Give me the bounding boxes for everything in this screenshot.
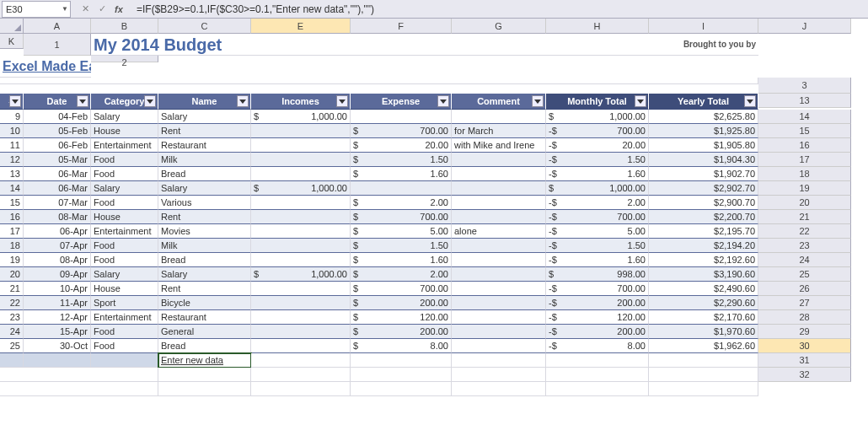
cell-comment[interactable] <box>452 153 546 167</box>
cell-income[interactable] <box>251 339 351 353</box>
cell-num[interactable]: 15 <box>0 196 24 210</box>
cell-category[interactable]: Food <box>91 153 158 167</box>
col-head-B[interactable]: B <box>91 19 158 34</box>
cell-G30[interactable] <box>351 353 452 368</box>
filter-icon[interactable] <box>744 95 756 107</box>
cell-num[interactable]: 12 <box>0 153 24 167</box>
table-header-monthly[interactable]: Monthly Total <box>546 94 649 110</box>
cell-date[interactable]: 10-Apr <box>24 282 91 296</box>
cell-category[interactable]: Salary <box>91 181 158 196</box>
cell-name[interactable]: Bread <box>158 167 251 181</box>
cell-income[interactable] <box>251 167 351 181</box>
cell-comment[interactable] <box>452 210 546 224</box>
cell-monthly-total[interactable]: -$700.00 <box>546 282 649 296</box>
cell-name[interactable]: Bread <box>158 339 251 353</box>
cell-expense[interactable]: $20.00 <box>351 138 452 153</box>
cell-num[interactable]: 11 <box>0 138 24 153</box>
cell-date[interactable]: 12-Apr <box>24 310 91 325</box>
filter-icon[interactable] <box>9 95 21 107</box>
row-head-14[interactable]: 14 <box>758 110 851 124</box>
col-head-J[interactable]: J <box>758 19 851 34</box>
cell-num[interactable]: 23 <box>0 310 24 325</box>
cell-H30[interactable] <box>452 353 546 368</box>
table-header-name[interactable]: Name <box>158 94 251 110</box>
cell-monthly-total[interactable]: -$200.00 <box>546 325 649 339</box>
chevron-down-icon[interactable]: ▼ <box>62 5 68 13</box>
cell-num[interactable]: 13 <box>0 167 24 181</box>
cell-name[interactable]: Salary <box>158 181 251 196</box>
cell-income[interactable] <box>251 296 351 310</box>
row-head-3[interactable]: 3 <box>758 78 851 94</box>
cell-yearly-total[interactable]: $2,194.20 <box>649 239 758 253</box>
cell-comment[interactable] <box>452 239 546 253</box>
cell-B30[interactable] <box>24 353 91 368</box>
cell-yearly-total[interactable]: $1,962.60 <box>649 339 758 353</box>
cell-expense[interactable]: $700.00 <box>351 210 452 224</box>
cell-expense[interactable]: $120.00 <box>351 310 452 325</box>
cell-category[interactable]: Food <box>91 196 158 210</box>
cell-name[interactable]: Bicycle <box>158 296 251 310</box>
cell-category[interactable]: Food <box>91 253 158 267</box>
cell-expense[interactable]: $200.00 <box>351 296 452 310</box>
cell-date[interactable]: 30-Oct <box>24 339 91 353</box>
row-head-21[interactable]: 21 <box>758 210 851 224</box>
row-head-20[interactable]: 20 <box>758 196 851 210</box>
col-head-C[interactable]: C <box>158 19 251 34</box>
select-all-corner[interactable] <box>0 19 24 34</box>
cell-date[interactable]: 05-Feb <box>24 124 91 138</box>
cell-date[interactable]: 08-Mar <box>24 210 91 224</box>
cell-yearly-total[interactable]: $1,925.80 <box>649 124 758 138</box>
cell-monthly-total[interactable]: -$1.60 <box>546 253 649 267</box>
cell-expense[interactable]: $1.60 <box>351 167 452 181</box>
cell-monthly-total[interactable]: -$20.00 <box>546 138 649 153</box>
cell-num[interactable]: 20 <box>0 267 24 282</box>
cell-yearly-total[interactable]: $2,192.60 <box>649 253 758 267</box>
cell-comment[interactable] <box>452 181 546 196</box>
cell-expense[interactable] <box>351 110 452 124</box>
cell-num[interactable]: 19 <box>0 253 24 267</box>
cell-expense[interactable]: $5.00 <box>351 224 452 239</box>
brand-link[interactable]: Excel Made Easy <box>0 56 91 78</box>
cell-name[interactable]: Rent <box>158 210 251 224</box>
row-head-15[interactable]: 15 <box>758 124 851 138</box>
row-head-32[interactable]: 32 <box>758 368 851 382</box>
cell-category[interactable]: House <box>91 124 158 138</box>
cell-expense[interactable]: $200.00 <box>351 325 452 339</box>
filter-icon[interactable] <box>144 95 156 107</box>
cell-monthly-total[interactable]: -$5.00 <box>546 224 649 239</box>
cell-yearly-total[interactable]: $1,970.60 <box>649 325 758 339</box>
row-head-23[interactable]: 23 <box>758 239 851 253</box>
cell-A30[interactable] <box>0 353 24 368</box>
filter-icon[interactable] <box>437 95 449 107</box>
row-head-30[interactable]: 30 <box>758 339 851 353</box>
cell-expense[interactable]: $2.00 <box>351 196 452 210</box>
cell-name[interactable]: Rent <box>158 282 251 296</box>
cell-comment[interactable] <box>452 167 546 181</box>
cell-category[interactable]: Entertainment <box>91 224 158 239</box>
cell-I30[interactable] <box>546 353 649 368</box>
cell-income[interactable] <box>251 210 351 224</box>
row-head-16[interactable]: 16 <box>758 138 851 153</box>
cell-yearly-total[interactable]: $3,190.60 <box>649 267 758 282</box>
row-head-31[interactable]: 31 <box>758 353 851 368</box>
cell-monthly-total[interactable]: -$8.00 <box>546 339 649 353</box>
cell-comment[interactable]: with Mike and Irene <box>452 138 546 153</box>
cell-expense[interactable]: $700.00 <box>351 124 452 138</box>
cell-yearly-total[interactable]: $2,902.70 <box>649 181 758 196</box>
col-head-K[interactable]: K <box>0 34 24 49</box>
cell-comment[interactable] <box>452 310 546 325</box>
table-header-num[interactable]: # <box>0 94 24 110</box>
formula-input[interactable]: =IF($B29>=0.1,IF($C30>=0.1,"Enter new da… <box>131 3 868 15</box>
cell-num[interactable]: 21 <box>0 282 24 296</box>
col-head-A[interactable]: A <box>24 19 91 34</box>
cell-name[interactable]: Various <box>158 196 251 210</box>
cell-yearly-total[interactable]: $2,625.80 <box>649 110 758 124</box>
table-header-incomes[interactable]: Incomes <box>251 94 351 110</box>
cell-date[interactable]: 04-Feb <box>24 110 91 124</box>
name-box[interactable]: E30 ▼ <box>2 1 71 18</box>
cell-num[interactable]: 9 <box>0 110 24 124</box>
filter-icon[interactable] <box>635 95 646 107</box>
cell-comment[interactable] <box>452 267 546 282</box>
row-head-27[interactable]: 27 <box>758 296 851 310</box>
cell-monthly-total[interactable]: -$700.00 <box>546 124 649 138</box>
